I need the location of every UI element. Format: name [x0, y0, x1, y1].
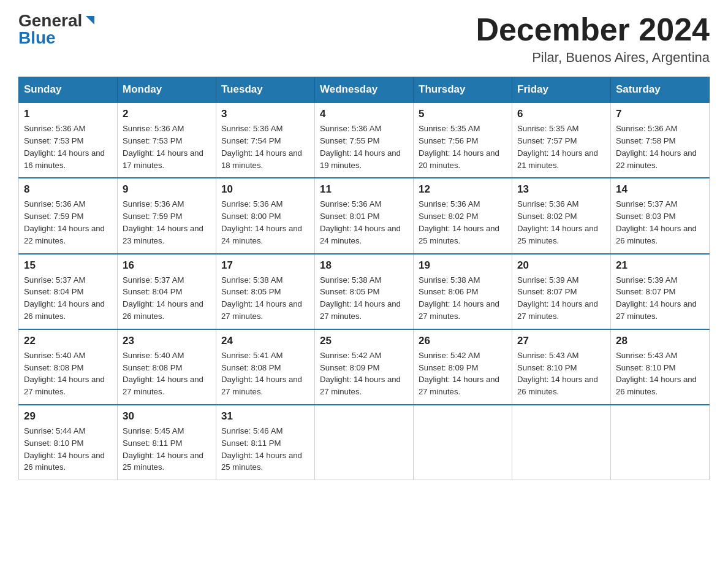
svg-marker-0 [86, 16, 94, 25]
day-info: Sunrise: 5:39 AMSunset: 8:07 PMDaylight:… [517, 275, 598, 321]
day-cell: 1 Sunrise: 5:36 AMSunset: 7:53 PMDayligh… [19, 102, 118, 178]
day-number: 25 [320, 335, 408, 347]
day-cell: 5 Sunrise: 5:35 AMSunset: 7:56 PMDayligh… [414, 102, 512, 178]
day-cell: 15 Sunrise: 5:37 AMSunset: 8:04 PMDaylig… [19, 254, 118, 329]
day-info: Sunrise: 5:38 AMSunset: 8:05 PMDaylight:… [221, 275, 302, 321]
day-number: 29 [24, 410, 112, 423]
day-number: 31 [221, 410, 309, 423]
day-cell: 2 Sunrise: 5:36 AMSunset: 7:53 PMDayligh… [118, 102, 216, 178]
day-number: 9 [123, 183, 211, 196]
day-info: Sunrise: 5:36 AMSunset: 7:53 PMDaylight:… [123, 124, 203, 169]
day-info: Sunrise: 5:36 AMSunset: 8:00 PMDaylight:… [221, 199, 302, 245]
day-number: 7 [616, 108, 704, 120]
week-row-2: 8 Sunrise: 5:36 AMSunset: 7:59 PMDayligh… [19, 178, 710, 253]
day-info: Sunrise: 5:35 AMSunset: 7:56 PMDaylight:… [419, 124, 499, 169]
day-number: 22 [24, 335, 112, 347]
day-cell [611, 405, 710, 480]
week-row-4: 22 Sunrise: 5:40 AMSunset: 8:08 PMDaylig… [19, 329, 710, 405]
day-info: Sunrise: 5:37 AMSunset: 8:03 PMDaylight:… [616, 199, 697, 245]
day-cell: 14 Sunrise: 5:37 AMSunset: 8:03 PMDaylig… [611, 178, 710, 253]
header-cell-monday: Monday [118, 77, 216, 103]
day-cell: 26 Sunrise: 5:42 AMSunset: 8:09 PMDaylig… [414, 329, 512, 405]
day-cell: 28 Sunrise: 5:43 AMSunset: 8:10 PMDaylig… [611, 329, 710, 405]
day-info: Sunrise: 5:46 AMSunset: 8:11 PMDaylight:… [221, 426, 302, 472]
logo-triangle-icon [83, 13, 97, 27]
calendar-title: December 2024 [476, 12, 710, 47]
day-number: 27 [517, 335, 605, 347]
day-info: Sunrise: 5:40 AMSunset: 8:08 PMDaylight:… [24, 351, 105, 396]
day-cell: 30 Sunrise: 5:45 AMSunset: 8:11 PMDaylig… [118, 405, 216, 480]
day-number: 12 [419, 183, 507, 196]
day-info: Sunrise: 5:37 AMSunset: 8:04 PMDaylight:… [24, 275, 105, 321]
day-cell: 25 Sunrise: 5:42 AMSunset: 8:09 PMDaylig… [315, 329, 414, 405]
day-cell: 9 Sunrise: 5:36 AMSunset: 7:59 PMDayligh… [118, 178, 216, 253]
title-block: December 2024 Pilar, Buenos Aires, Argen… [476, 12, 710, 66]
day-info: Sunrise: 5:42 AMSunset: 8:09 PMDaylight:… [320, 351, 401, 396]
day-number: 28 [616, 335, 704, 347]
header-cell-tuesday: Tuesday [216, 77, 315, 103]
day-number: 10 [221, 183, 309, 196]
day-cell: 8 Sunrise: 5:36 AMSunset: 7:59 PMDayligh… [19, 178, 118, 253]
day-cell: 20 Sunrise: 5:39 AMSunset: 8:07 PMDaylig… [512, 254, 611, 329]
header-cell-saturday: Saturday [611, 77, 710, 103]
day-cell: 3 Sunrise: 5:36 AMSunset: 7:54 PMDayligh… [216, 102, 315, 178]
day-cell: 17 Sunrise: 5:38 AMSunset: 8:05 PMDaylig… [216, 254, 315, 329]
day-info: Sunrise: 5:36 AMSunset: 7:54 PMDaylight:… [221, 124, 302, 169]
day-number: 3 [221, 108, 309, 120]
day-cell [512, 405, 611, 480]
calendar-body: 1 Sunrise: 5:36 AMSunset: 7:53 PMDayligh… [19, 102, 710, 480]
day-cell [414, 405, 512, 480]
day-number: 26 [419, 335, 507, 347]
day-number: 30 [123, 410, 211, 423]
day-info: Sunrise: 5:44 AMSunset: 8:10 PMDaylight:… [24, 426, 105, 472]
day-info: Sunrise: 5:45 AMSunset: 8:11 PMDaylight:… [123, 426, 203, 472]
day-cell: 18 Sunrise: 5:38 AMSunset: 8:05 PMDaylig… [315, 254, 414, 329]
header-cell-thursday: Thursday [414, 77, 512, 103]
day-cell: 11 Sunrise: 5:36 AMSunset: 8:01 PMDaylig… [315, 178, 414, 253]
day-info: Sunrise: 5:36 AMSunset: 7:59 PMDaylight:… [24, 199, 105, 245]
header-cell-sunday: Sunday [19, 77, 118, 103]
logo-general-text: General [18, 12, 82, 29]
day-cell: 24 Sunrise: 5:41 AMSunset: 8:08 PMDaylig… [216, 329, 315, 405]
day-info: Sunrise: 5:38 AMSunset: 8:06 PMDaylight:… [419, 275, 499, 321]
day-info: Sunrise: 5:36 AMSunset: 8:02 PMDaylight:… [419, 199, 499, 245]
day-cell: 29 Sunrise: 5:44 AMSunset: 8:10 PMDaylig… [19, 405, 118, 480]
header-row: SundayMondayTuesdayWednesdayThursdayFrid… [19, 77, 710, 103]
day-number: 15 [24, 259, 112, 272]
day-info: Sunrise: 5:36 AMSunset: 7:58 PMDaylight:… [616, 124, 697, 169]
day-cell [315, 405, 414, 480]
day-cell: 4 Sunrise: 5:36 AMSunset: 7:55 PMDayligh… [315, 102, 414, 178]
day-number: 8 [24, 183, 112, 196]
day-cell: 7 Sunrise: 5:36 AMSunset: 7:58 PMDayligh… [611, 102, 710, 178]
calendar-header: SundayMondayTuesdayWednesdayThursdayFrid… [19, 77, 710, 103]
week-row-1: 1 Sunrise: 5:36 AMSunset: 7:53 PMDayligh… [19, 102, 710, 178]
day-info: Sunrise: 5:36 AMSunset: 7:53 PMDaylight:… [24, 124, 105, 169]
day-number: 11 [320, 183, 408, 196]
day-number: 13 [517, 183, 605, 196]
day-number: 4 [320, 108, 408, 120]
day-number: 20 [517, 259, 605, 272]
day-cell: 13 Sunrise: 5:36 AMSunset: 8:02 PMDaylig… [512, 178, 611, 253]
day-info: Sunrise: 5:43 AMSunset: 8:10 PMDaylight:… [616, 351, 697, 396]
day-cell: 16 Sunrise: 5:37 AMSunset: 8:04 PMDaylig… [118, 254, 216, 329]
day-cell: 21 Sunrise: 5:39 AMSunset: 8:07 PMDaylig… [611, 254, 710, 329]
day-cell: 10 Sunrise: 5:36 AMSunset: 8:00 PMDaylig… [216, 178, 315, 253]
day-cell: 27 Sunrise: 5:43 AMSunset: 8:10 PMDaylig… [512, 329, 611, 405]
calendar-subtitle: Pilar, Buenos Aires, Argentina [476, 50, 710, 66]
day-number: 2 [123, 108, 211, 120]
day-info: Sunrise: 5:39 AMSunset: 8:07 PMDaylight:… [616, 275, 697, 321]
day-number: 19 [419, 259, 507, 272]
day-info: Sunrise: 5:36 AMSunset: 8:02 PMDaylight:… [517, 199, 598, 245]
day-cell: 6 Sunrise: 5:35 AMSunset: 7:57 PMDayligh… [512, 102, 611, 178]
day-number: 1 [24, 108, 112, 120]
day-number: 16 [123, 259, 211, 272]
day-info: Sunrise: 5:37 AMSunset: 8:04 PMDaylight:… [123, 275, 203, 321]
logo: General Blue [18, 12, 97, 47]
day-info: Sunrise: 5:38 AMSunset: 8:05 PMDaylight:… [320, 275, 401, 321]
day-number: 17 [221, 259, 309, 272]
day-number: 6 [517, 108, 605, 120]
day-info: Sunrise: 5:42 AMSunset: 8:09 PMDaylight:… [419, 351, 499, 396]
day-info: Sunrise: 5:36 AMSunset: 7:59 PMDaylight:… [123, 199, 203, 245]
day-info: Sunrise: 5:35 AMSunset: 7:57 PMDaylight:… [517, 124, 598, 169]
day-number: 5 [419, 108, 507, 120]
